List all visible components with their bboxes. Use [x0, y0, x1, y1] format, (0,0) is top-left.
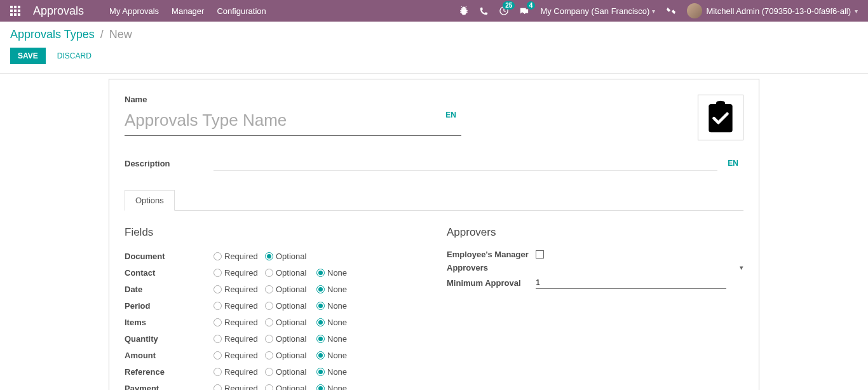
save-button[interactable]: SAVE	[10, 48, 46, 64]
name-lang-button[interactable]: EN	[440, 108, 461, 122]
calendar-icon[interactable]: 25	[499, 6, 508, 15]
radio-label: Required	[224, 334, 256, 344]
discard-button[interactable]: DISCARD	[51, 48, 98, 64]
radio-circle-icon	[214, 302, 222, 310]
chat-icon[interactable]: 4	[520, 6, 529, 15]
radio-required[interactable]: Required	[214, 268, 256, 278]
radio-optional[interactable]: Optional	[265, 285, 308, 294]
radio-label: Optional	[276, 384, 308, 391]
radio-group: RequiredOptionalNone	[214, 334, 359, 344]
tabs: Options	[125, 190, 743, 211]
radio-none[interactable]: None	[316, 268, 359, 278]
nav-manager[interactable]: Manager	[172, 6, 204, 16]
radio-label: None	[327, 285, 359, 294]
approvers-dropdown-trigger[interactable]: ▾	[740, 264, 743, 272]
name-label: Name	[125, 95, 147, 104]
radio-none[interactable]: None	[316, 334, 359, 344]
radio-optional[interactable]: Optional	[265, 301, 308, 311]
radio-group: RequiredOptionalNone	[214, 318, 359, 327]
radio-label: Optional	[276, 351, 308, 360]
radio-circle-icon	[265, 252, 273, 260]
breadcrumb-separator: /	[100, 28, 104, 41]
tools-icon[interactable]	[667, 6, 675, 15]
radio-circle-icon	[265, 318, 273, 326]
image-upload[interactable]	[698, 95, 743, 140]
tab-options[interactable]: Options	[125, 190, 175, 211]
clipboard-check-icon	[703, 100, 738, 135]
fields-heading: Fields	[125, 226, 421, 239]
radio-circle-icon	[316, 335, 325, 343]
chat-badge: 4	[527, 1, 536, 10]
radio-required[interactable]: Required	[214, 384, 256, 391]
radio-group: RequiredOptionalNone	[214, 301, 359, 311]
top-row: Name EN	[125, 95, 743, 140]
radio-label: Optional	[276, 367, 308, 377]
field-label: Reference	[125, 367, 214, 377]
radio-circle-icon	[214, 252, 222, 260]
description-input[interactable]	[214, 156, 717, 171]
radio-required[interactable]: Required	[214, 252, 256, 261]
radio-none[interactable]: None	[316, 384, 359, 391]
radio-none[interactable]: None	[316, 367, 359, 377]
radio-label: Required	[224, 367, 256, 377]
desc-lang-button[interactable]: EN	[722, 156, 743, 170]
field-row: DocumentRequiredOptional	[125, 248, 421, 264]
radio-circle-icon	[316, 269, 325, 277]
radio-required[interactable]: Required	[214, 351, 256, 360]
employees-manager-row: Employee's Manager	[447, 248, 743, 261]
company-selector[interactable]: My Company (San Francisco) ▾	[540, 6, 655, 16]
radio-none[interactable]: None	[316, 285, 359, 294]
radio-optional[interactable]: Optional	[265, 367, 308, 377]
radio-none[interactable]: None	[316, 351, 359, 360]
apps-icon[interactable]	[10, 6, 20, 16]
radio-required[interactable]: Required	[214, 334, 256, 344]
nav-links: My Approvals Manager Configuration	[109, 6, 266, 16]
radio-label: Required	[224, 252, 256, 261]
radio-optional[interactable]: Optional	[265, 252, 308, 261]
nav-my-approvals[interactable]: My Approvals	[109, 6, 159, 16]
min-approval-label: Minimum Approval	[447, 278, 536, 288]
radio-circle-icon	[214, 384, 222, 391]
radio-required[interactable]: Required	[214, 318, 256, 327]
field-label: Contact	[125, 268, 214, 278]
form-sheet: Name EN Description EN Options Fields Do…	[109, 79, 759, 390]
radio-required[interactable]: Required	[214, 367, 256, 377]
radio-required[interactable]: Required	[214, 285, 256, 294]
content-scroll[interactable]: Name EN Description EN Options Fields Do…	[0, 74, 868, 390]
radio-optional[interactable]: Optional	[265, 318, 308, 327]
field-label: Quantity	[125, 334, 214, 344]
radio-circle-icon	[214, 368, 222, 376]
radio-label: Required	[224, 318, 256, 327]
radio-circle-icon	[265, 335, 273, 343]
field-row: AmountRequiredOptionalNone	[125, 347, 421, 363]
radio-label: None	[327, 384, 359, 391]
breadcrumb-parent[interactable]: Approvals Types	[10, 28, 95, 41]
radio-label: None	[327, 301, 359, 311]
min-approval-input[interactable]	[536, 276, 726, 289]
employees-manager-checkbox[interactable]	[536, 250, 544, 259]
radio-label: Required	[224, 301, 256, 311]
radio-optional[interactable]: Optional	[265, 334, 308, 344]
field-label: Payment	[125, 384, 214, 391]
radio-optional[interactable]: Optional	[265, 351, 308, 360]
nav-configuration[interactable]: Configuration	[217, 6, 266, 16]
company-name: My Company (San Francisco)	[540, 6, 649, 16]
radio-required[interactable]: Required	[214, 301, 256, 311]
radio-none[interactable]: None	[316, 301, 359, 311]
radio-label: Required	[224, 351, 256, 360]
name-input[interactable]	[125, 108, 435, 135]
radio-optional[interactable]: Optional	[265, 268, 308, 278]
radio-none[interactable]: None	[316, 318, 359, 327]
radio-group: RequiredOptionalNone	[214, 384, 359, 391]
user-menu[interactable]: Mitchell Admin (709350-13-0-0fa9f6-all) …	[687, 3, 858, 18]
tab-content: Fields DocumentRequiredOptionalContactRe…	[125, 211, 743, 390]
radio-label: None	[327, 367, 359, 377]
radio-optional[interactable]: Optional	[265, 384, 308, 391]
bug-icon[interactable]	[459, 6, 468, 15]
field-row: PeriodRequiredOptionalNone	[125, 297, 421, 314]
field-label: Date	[125, 285, 214, 294]
calendar-badge: 25	[503, 1, 515, 10]
description-row: Description EN	[125, 156, 743, 171]
phone-icon[interactable]	[480, 7, 488, 15]
field-row: ReferenceRequiredOptionalNone	[125, 363, 421, 380]
